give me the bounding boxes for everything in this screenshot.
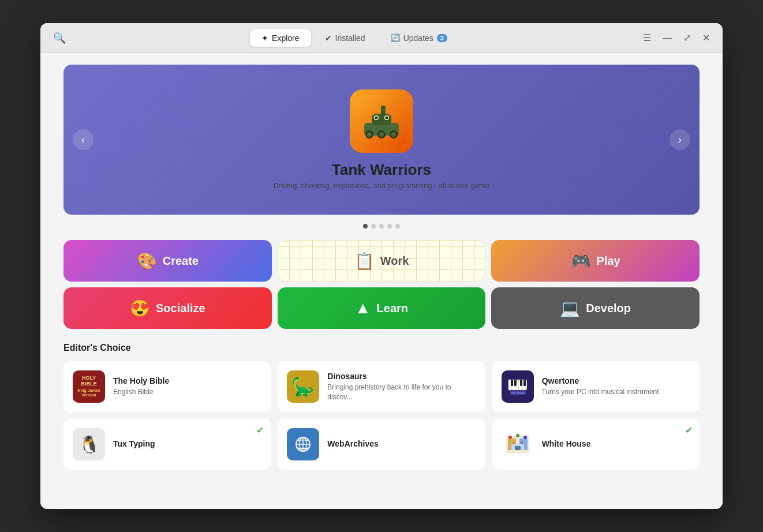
svg-point-5 — [367, 132, 372, 137]
whitehouse-svg — [503, 430, 532, 459]
svg-rect-26 — [511, 392, 515, 394]
dot-2[interactable] — [371, 224, 376, 228]
category-create[interactable]: 🎨 Create — [63, 240, 272, 282]
tux-icon: 🐧 — [73, 428, 105, 460]
window-controls: ☰ — ⤢ ✕ — [639, 30, 713, 46]
qwertone-desc: Turns your PC into musical instrument — [542, 387, 690, 397]
qwertone-svg — [506, 375, 529, 398]
tux-info: Tux Typing — [113, 439, 261, 450]
editors-choice-title: Editor's Choice — [63, 343, 700, 353]
work-label: Work — [380, 254, 409, 268]
dino-desc: Bringing prehistory back to life for you… — [327, 383, 476, 402]
minimize-button[interactable]: — — [659, 31, 675, 46]
develop-icon: 💻 — [560, 299, 580, 318]
svg-rect-24 — [523, 380, 526, 386]
svg-rect-21 — [511, 380, 513, 386]
svg-rect-22 — [514, 380, 517, 386]
tank-image — [356, 95, 407, 147]
whitehouse-info: White House — [542, 439, 690, 450]
app-window: 🔍 ✦ Explore ✔ Installed 🔄 Updates 3 ☰ — … — [40, 23, 723, 509]
category-learn[interactable]: ▲ Learn — [278, 287, 486, 329]
app-card-dinosaurs[interactable]: 🦕 Dinosaurs Bringing prehistory back to … — [278, 361, 485, 412]
webarchives-name: WebArchives — [327, 439, 476, 448]
svg-point-39 — [508, 436, 512, 439]
tux-name: Tux Typing — [113, 439, 261, 448]
category-grid: 🎨 Create 📋 Work 🎮 Play 😍 Socialize ▲ Lea… — [63, 240, 700, 329]
tux-installed-badge: ✔ — [256, 425, 264, 436]
explore-icon: ✦ — [261, 33, 268, 43]
app-card-white-house[interactable]: White House ✔ — [492, 419, 700, 470]
hero-description: Driving, shooting, explosions, and progr… — [274, 181, 489, 190]
play-icon: 🎮 — [571, 252, 591, 271]
explore-label: Explore — [272, 33, 299, 43]
app-card-holy-bible[interactable]: HOLY BIBLE King James Version The Holy B… — [63, 361, 271, 412]
updates-label: Updates — [403, 33, 433, 43]
updates-badge: 3 — [437, 34, 447, 42]
titlebar: 🔍 ✦ Explore ✔ Installed 🔄 Updates 3 ☰ — … — [40, 23, 723, 53]
work-icon: 📋 — [354, 252, 375, 271]
app-card-webarchives[interactable]: WebArchives — [278, 419, 485, 470]
qwertone-name: Qwertone — [542, 376, 690, 385]
webarchives-svg — [291, 433, 315, 456]
bible-icon: HOLY BIBLE King James Version — [73, 370, 105, 403]
app-grid: HOLY BIBLE King James Version The Holy B… — [63, 361, 700, 470]
tab-installed[interactable]: ✔ Installed — [313, 29, 377, 47]
whitehouse-installed-badge: ✔ — [685, 425, 693, 436]
svg-point-9 — [391, 132, 396, 137]
dot-3[interactable] — [379, 224, 384, 228]
main-content: ‹ — [40, 53, 723, 509]
carousel-dots — [63, 224, 700, 228]
bible-desc: English Bible — [113, 387, 261, 397]
category-work[interactable]: 📋 Work — [278, 240, 486, 282]
bible-info: The Holy Bible English Bible — [113, 376, 261, 397]
category-play[interactable]: 🎮 Play — [491, 240, 700, 282]
svg-rect-23 — [520, 380, 522, 386]
whitehouse-icon — [502, 428, 534, 460]
app-card-tux-typing[interactable]: 🐧 Tux Typing ✔ — [63, 419, 271, 470]
create-icon: 🎨 — [137, 252, 157, 271]
maximize-button[interactable]: ⤢ — [680, 30, 694, 46]
svg-point-12 — [375, 117, 378, 119]
installed-icon: ✔ — [325, 33, 332, 43]
play-label: Play — [597, 254, 620, 268]
tab-explore[interactable]: ✦ Explore — [250, 29, 311, 47]
webarchives-info: WebArchives — [327, 439, 476, 450]
app-card-qwertone[interactable]: Qwertone Turns your PC into musical inst… — [492, 361, 700, 412]
qwertone-icon — [502, 370, 534, 403]
socialize-icon: 😍 — [130, 299, 150, 318]
bible-name: The Holy Bible — [113, 376, 261, 385]
whitehouse-name: White House — [542, 439, 690, 448]
category-develop[interactable]: 💻 Develop — [491, 287, 700, 329]
svg-point-40 — [516, 434, 519, 437]
svg-point-43 — [521, 441, 523, 444]
learn-label: Learn — [377, 302, 408, 315]
svg-rect-38 — [515, 446, 521, 450]
svg-rect-27 — [517, 392, 525, 394]
tab-updates[interactable]: 🔄 Updates 3 — [379, 29, 459, 47]
hero-prev-button[interactable]: ‹ — [73, 129, 93, 150]
updates-icon: 🔄 — [391, 33, 400, 42]
svg-point-42 — [513, 441, 515, 444]
close-button[interactable]: ✕ — [699, 30, 713, 46]
category-socialize[interactable]: 😍 Socialize — [63, 287, 272, 329]
learn-icon: ▲ — [355, 299, 371, 317]
develop-label: Develop — [586, 302, 631, 315]
svg-point-13 — [386, 117, 388, 119]
nav-tabs: ✦ Explore ✔ Installed 🔄 Updates 3 — [250, 29, 459, 47]
dot-5[interactable] — [395, 224, 400, 228]
qwertone-info: Qwertone Turns your PC into musical inst… — [542, 376, 690, 397]
create-label: Create — [163, 254, 199, 268]
hero-app-icon — [350, 89, 413, 153]
installed-label: Installed — [335, 33, 365, 43]
dot-1[interactable] — [363, 224, 368, 228]
dino-info: Dinosaurs Bringing prehistory back to li… — [327, 372, 476, 402]
webarchives-icon — [287, 428, 319, 460]
search-button[interactable]: 🔍 — [50, 28, 69, 48]
svg-point-41 — [523, 436, 527, 439]
menu-button[interactable]: ☰ — [639, 30, 654, 46]
dino-icon: 🦕 — [287, 370, 319, 403]
hero-banner: ‹ — [63, 65, 700, 215]
socialize-label: Socialize — [156, 302, 205, 315]
dot-4[interactable] — [387, 224, 392, 228]
hero-next-button[interactable]: › — [670, 129, 690, 150]
